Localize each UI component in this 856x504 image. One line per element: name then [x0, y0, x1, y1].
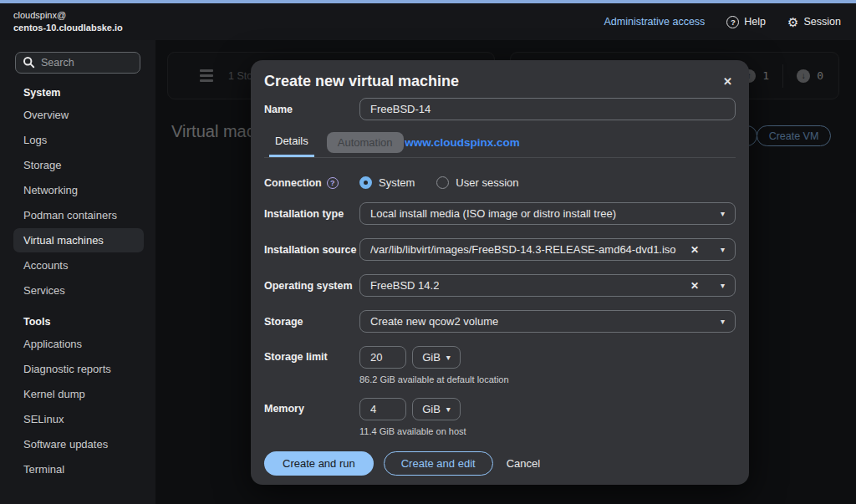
host-name: centos-10.cloudlabske.io [13, 22, 123, 34]
connection-label: Connection [264, 177, 322, 189]
create-and-edit-button[interactable]: Create and edit [384, 451, 493, 476]
masthead-actions: Administrative access ? Help ⚙ Session [604, 16, 841, 28]
clear-icon[interactable]: ✕ [690, 280, 699, 292]
storage-limit-controls: GiB ▾ 86.2 GiB available at default loca… [359, 346, 736, 384]
sidebar-item-kernel-dump[interactable]: Kernel dump [13, 382, 144, 406]
installation-source-select[interactable]: /var/lib/libvirt/images/FreeBSD-14.3-REL… [359, 238, 736, 261]
storage-limit-label: Storage limit [264, 346, 359, 369]
storage-limit-helper: 86.2 GiB available at default location [359, 374, 509, 384]
sidebar-item-logs[interactable]: Logs [13, 128, 144, 152]
sidebar-section-system: System [0, 87, 155, 99]
operating-system-label: Operating system [264, 280, 359, 292]
watermark-text: www.cloudspinx.com [251, 136, 674, 149]
radio-system-dot [359, 176, 372, 189]
main-area: System Overview Logs Storage Networking … [0, 40, 856, 504]
operating-system-select[interactable]: FreeBSD 14.2 ✕ ▾ [359, 274, 736, 297]
storage-label: Storage [264, 316, 359, 328]
memory-input[interactable] [359, 398, 406, 420]
close-icon[interactable]: ✕ [723, 75, 732, 88]
create-and-run-button[interactable]: Create and run [264, 451, 374, 476]
session-menu[interactable]: ⚙ Session [787, 16, 841, 28]
memory-unit-select[interactable]: GiB ▾ [412, 398, 461, 420]
installation-type-label: Installation type [264, 208, 359, 220]
storage-value: Create new qcow2 volume [370, 315, 498, 328]
help-menu[interactable]: ? Help [726, 16, 766, 28]
chevron-down-icon: ▾ [721, 209, 725, 218]
storage-row: Storage Create new qcow2 volume ▾ [264, 310, 736, 333]
memory-label: Memory [264, 398, 359, 420]
radio-user-session-dot [436, 176, 449, 189]
help-label: Help [744, 16, 766, 28]
sidebar-item-selinux[interactable]: SELinux [13, 407, 144, 431]
dialog-header: Create new virtual machine ✕ [251, 60, 749, 90]
memory-row: Memory GiB ▾ 11.4 GiB available on host [264, 398, 736, 436]
login-user: cloudspinx@ [13, 9, 123, 22]
chevron-down-icon: ▾ [721, 245, 725, 254]
sidebar-item-diagnostic-reports[interactable]: Diagnostic reports [13, 357, 144, 381]
chevron-down-icon: ▾ [446, 353, 451, 362]
radio-system-label: System [379, 176, 415, 189]
cancel-button[interactable]: Cancel [507, 457, 540, 470]
dialog-body: Connection ? System User session [251, 176, 749, 436]
sidebar-item-podman-containers[interactable]: Podman containers [13, 203, 144, 227]
sidebar-item-overview[interactable]: Overview [13, 103, 144, 127]
memory-controls: GiB ▾ 11.4 GiB available on host [359, 398, 736, 436]
vm-name-input[interactable] [359, 98, 736, 120]
dialog-tabs: Details Automation www.cloudspinx.com [251, 120, 749, 157]
radio-system[interactable]: System [359, 176, 415, 189]
connection-radio-group: System User session [359, 176, 518, 189]
storage-limit-unit-select[interactable]: GiB ▾ [412, 346, 461, 369]
chevron-down-icon: ▾ [721, 317, 725, 326]
dialog-title: Create new virtual machine [264, 73, 459, 90]
masthead: cloudspinx@ centos-10.cloudlabske.io Adm… [0, 3, 856, 40]
installation-source-label: Installation source [264, 244, 359, 256]
search-icon [23, 56, 35, 72]
sidebar-item-storage[interactable]: Storage [13, 153, 144, 177]
administrative-access-link[interactable]: Administrative access [604, 16, 705, 28]
sidebar-section-tools: Tools [0, 316, 155, 328]
content-area: 1 Storage pool ↑ 1 ↓ 0 Virtual machines … [155, 40, 856, 504]
sidebar-item-terminal[interactable]: Terminal [13, 457, 144, 481]
installation-type-row: Installation type Local install media (I… [264, 202, 736, 225]
sidebar-item-applications[interactable]: Applications [13, 332, 144, 356]
installation-type-select[interactable]: Local install media (ISO image or distro… [359, 202, 736, 225]
tabs-divider [264, 157, 736, 158]
sidebar-search [15, 52, 140, 74]
connection-label-group: Connection ? [264, 177, 359, 189]
sidebar-item-services[interactable]: Services [13, 278, 144, 303]
clear-icon[interactable]: ✕ [690, 244, 699, 256]
installation-type-value: Local install media (ISO image or distro… [370, 207, 616, 220]
sidebar-item-software-updates[interactable]: Software updates [13, 432, 144, 456]
host-identity: cloudspinx@ centos-10.cloudlabske.io [13, 9, 123, 34]
gear-icon: ⚙ [787, 16, 798, 28]
sidebar-item-virtual-machines[interactable]: Virtual machines [13, 228, 144, 252]
memory-unit: GiB [422, 403, 441, 415]
create-vm-dialog: Create new virtual machine ✕ Name Detail… [251, 60, 749, 485]
sidebar: System Overview Logs Storage Networking … [0, 40, 155, 504]
storage-limit-unit: GiB [422, 351, 441, 364]
connection-help-icon[interactable]: ? [327, 177, 339, 189]
storage-select[interactable]: Create new qcow2 volume ▾ [359, 310, 736, 333]
app-root: cloudspinx@ centos-10.cloudlabske.io Adm… [0, 0, 856, 504]
connection-row: Connection ? System User session [264, 176, 736, 189]
storage-limit-input[interactable] [359, 346, 406, 369]
memory-helper: 11.4 GiB available on host [359, 426, 466, 436]
installation-source-value: /var/lib/libvirt/images/FreeBSD-14.3-REL… [370, 243, 676, 256]
help-icon: ? [726, 16, 739, 28]
sidebar-item-networking[interactable]: Networking [13, 178, 144, 202]
name-label: Name [264, 104, 359, 115]
installation-source-row: Installation source /var/lib/libvirt/ima… [264, 238, 736, 261]
name-field-row: Name [251, 90, 749, 120]
sidebar-item-accounts[interactable]: Accounts [13, 253, 144, 277]
chevron-down-icon: ▾ [721, 281, 725, 290]
radio-user-session[interactable]: User session [436, 176, 518, 189]
radio-user-session-label: User session [456, 176, 518, 189]
session-label: Session [804, 16, 841, 28]
storage-limit-row: Storage limit GiB ▾ 86.2 GiB available a… [264, 346, 736, 384]
operating-system-value: FreeBSD 14.2 [370, 279, 439, 292]
chevron-down-icon: ▾ [446, 405, 451, 414]
dialog-footer: Create and run Create and edit Cancel [251, 436, 749, 476]
operating-system-row: Operating system FreeBSD 14.2 ✕ ▾ [264, 274, 736, 297]
